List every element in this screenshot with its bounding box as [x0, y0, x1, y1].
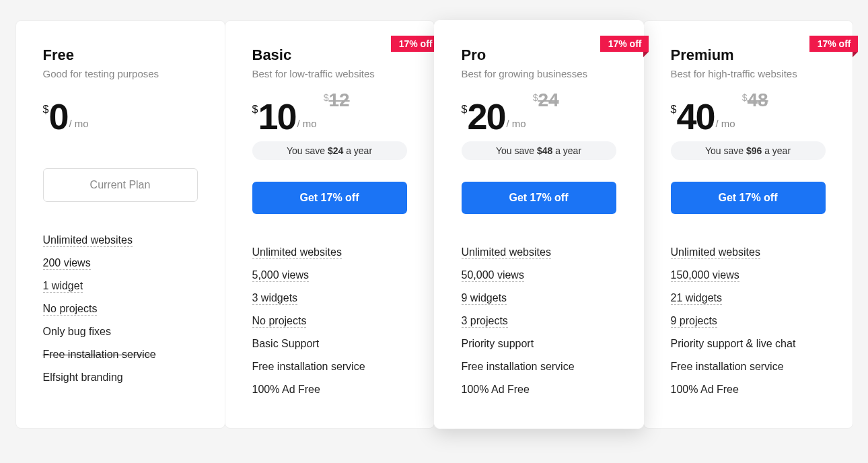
savings-prefix: You save [705, 145, 746, 156]
savings-amount: $96 [746, 145, 762, 156]
plan-title: Basic [252, 46, 407, 64]
plan-title: Pro [462, 46, 616, 64]
plan-title: Premium [671, 46, 826, 64]
feature-text: 50,000 views [462, 269, 524, 282]
feature-list: Unlimited websites50,000 views9 widgets3… [462, 241, 616, 401]
currency-symbol: $ [462, 104, 468, 116]
feature-item: 3 widgets [252, 287, 407, 310]
old-price-amount: 48 [747, 90, 768, 111]
savings-badge: You save $96 a year [671, 141, 826, 160]
plan-subtitle: Good for testing purposes [43, 68, 198, 79]
savings-prefix: You save [496, 145, 537, 156]
feature-text: 9 widgets [462, 292, 507, 305]
currency-symbol: $ [252, 104, 258, 116]
currency-symbol: $ [671, 104, 677, 116]
feature-text: 3 widgets [252, 292, 298, 305]
price-amount: 40 [676, 98, 714, 135]
feature-text: Unlimited websites [671, 246, 760, 259]
plan-subtitle: Best for high-traffic websites [671, 68, 826, 79]
savings-badge: You save $48 a year [462, 141, 616, 160]
spacer [43, 141, 198, 168]
discount-ribbon: 17% off [809, 36, 858, 52]
feature-text: Unlimited websites [462, 246, 551, 259]
price-row: $20/ mo$24 [462, 98, 616, 135]
old-price-amount: 24 [538, 90, 558, 111]
plan-card-pro: 17% offProBest for growing businesses$20… [434, 20, 644, 429]
price-amount: 0 [48, 98, 67, 135]
currency-symbol: $ [742, 92, 748, 103]
feature-text: 21 widgets [671, 292, 723, 305]
price-main: $20/ mo [462, 98, 526, 135]
feature-item: 9 widgets [462, 287, 616, 310]
currency-symbol: $ [43, 104, 49, 116]
feature-text: 1 widget [43, 280, 83, 293]
get-discount-button[interactable]: Get 17% off [252, 182, 407, 214]
pricing-grid: FreeGood for testing purposes$0/ moCurre… [13, 20, 855, 429]
per-unit: / mo [506, 118, 526, 129]
plan-card-free: FreeGood for testing purposes$0/ moCurre… [15, 20, 225, 429]
per-unit: / mo [715, 118, 735, 129]
savings-suffix: a year [762, 145, 791, 156]
discount-ribbon: 17% off [391, 36, 439, 52]
price-amount: 20 [467, 98, 505, 135]
feature-item: 21 widgets [671, 287, 826, 310]
feature-text: 200 views [43, 257, 91, 270]
feature-text: 3 projects [462, 315, 508, 328]
feature-text: No projects [252, 315, 307, 328]
feature-item: Unlimited websites [252, 241, 407, 264]
feature-item: 100% Ad Free [462, 378, 616, 401]
savings-suffix: a year [552, 145, 581, 156]
current-plan-button: Current Plan [43, 168, 198, 202]
price-old: $48 [742, 90, 768, 111]
savings-amount: $48 [537, 145, 552, 156]
feature-item: Elfsight branding [43, 366, 198, 389]
currency-symbol: $ [324, 92, 329, 103]
savings-suffix: a year [343, 145, 372, 156]
price-old: $12 [324, 90, 350, 111]
feature-item: Unlimited websites [462, 241, 616, 264]
price-main: $40/ mo [671, 98, 735, 135]
feature-item: 100% Ad Free [252, 378, 407, 401]
feature-item: Unlimited websites [43, 229, 198, 252]
feature-item: Priority support [462, 332, 616, 355]
feature-item: No projects [252, 310, 407, 332]
price-row: $40/ mo$48 [671, 98, 826, 135]
feature-item: No projects [43, 297, 198, 320]
price-main: $0/ mo [43, 98, 89, 135]
get-discount-button[interactable]: Get 17% off [671, 182, 826, 214]
feature-item: Free installation service [43, 343, 198, 366]
plan-subtitle: Best for growing businesses [462, 68, 616, 79]
feature-list: Unlimited websites200 views1 widgetNo pr… [43, 229, 198, 389]
price-row: $10/ mo$12 [252, 98, 407, 135]
feature-item: Basic Support [252, 332, 407, 355]
plan-title: Free [43, 46, 198, 64]
feature-item: Unlimited websites [671, 241, 826, 264]
savings-badge: You save $24 a year [252, 141, 407, 160]
plan-card-basic: 17% offBasicBest for low-traffic website… [225, 20, 435, 429]
feature-text: No projects [43, 303, 98, 316]
old-price-amount: 12 [328, 90, 349, 111]
feature-text: Unlimited websites [252, 246, 342, 259]
feature-item: 9 projects [671, 310, 826, 332]
plan-card-premium: 17% offPremiumBest for high-traffic webs… [643, 20, 853, 429]
feature-item: Only bug fixes [43, 320, 198, 343]
per-unit: / mo [69, 118, 88, 129]
feature-item: 3 projects [462, 310, 616, 332]
price-amount: 10 [258, 98, 295, 135]
feature-text: 9 projects [671, 315, 717, 328]
feature-item: Free installation service [462, 355, 616, 378]
feature-item: Priority support & live chat [671, 332, 826, 355]
per-unit: / mo [297, 118, 316, 129]
feature-item: 5,000 views [252, 264, 407, 287]
price-row: $0/ mo [43, 98, 198, 135]
price-main: $10/ mo [252, 98, 317, 135]
get-discount-button[interactable]: Get 17% off [462, 182, 616, 214]
feature-item: Free installation service [671, 355, 826, 378]
savings-prefix: You save [287, 145, 328, 156]
savings-amount: $24 [328, 145, 343, 156]
feature-text: 150,000 views [671, 269, 739, 282]
feature-item: 1 widget [43, 275, 198, 297]
currency-symbol: $ [533, 92, 538, 103]
feature-text: Unlimited websites [43, 234, 133, 247]
plan-subtitle: Best for low-traffic websites [252, 68, 407, 79]
